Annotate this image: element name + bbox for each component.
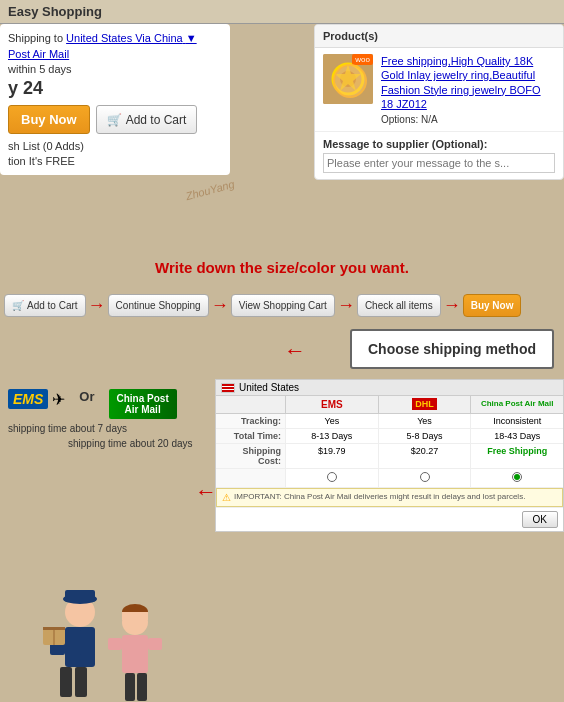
add-to-cart-button[interactable]: 🛒 Add to Cart [96,105,198,134]
title-bar: Easy Shopping [0,0,564,24]
china-post-logo: China Post Air Mail [109,389,177,419]
cart-icon: 🛒 [107,113,122,127]
post-air-mail-link[interactable]: Post Air Mail [8,48,222,60]
write-down-section: Write down the size/color you want. [0,259,564,276]
arrow-4: → [443,295,461,316]
message-label: Message to supplier (Optional): [323,138,555,150]
item-options: Options: N/A [381,114,555,125]
radio-china-dot[interactable] [512,472,522,482]
svg-rect-9 [75,667,87,697]
th-dhl: DHL [379,396,472,413]
china-time: shipping time about 20 days [68,438,203,449]
td-time-label: Total Time: [216,429,286,443]
step-buy-now[interactable]: Buy Now [463,294,522,317]
delivery-illustration [15,572,175,702]
ok-btn-row: OK [216,507,563,531]
delivery-line: within 5 days [8,63,222,75]
radio-dhl[interactable] [379,469,472,487]
radio-dhl-dot[interactable] [420,472,430,482]
td-tracking-ems: Yes [286,414,379,428]
message-input[interactable] [323,153,555,173]
radio-china[interactable] [471,469,563,487]
action-buttons: Buy Now 🛒 Add to Cart [8,105,222,134]
ems-time: shipping time about 7 days [8,423,203,434]
watermark: ZhouYang [184,178,235,203]
shipping-to-line: Shipping to United States Via China ▼ [8,32,222,44]
radio-ems[interactable] [286,469,379,487]
arrow-2: → [211,295,229,316]
ems-plane-icon: ✈ [52,390,65,409]
td-cost-dhl: $20.27 [379,444,472,468]
app-title: Easy Shopping [8,4,102,19]
td-time-ems: 8-13 Days [286,429,379,443]
ems-logo: EMS ✈ [8,389,65,409]
svg-rect-14 [65,590,95,602]
ems-row: EMS ✈ Or China Post Air Mail [8,389,203,419]
td-cost-label: Shipping Cost: [216,444,286,468]
wishlist-line: sh List (0 Adds) [8,140,222,152]
choose-shipping-box: Choose shipping method [350,329,554,369]
product-panel: Shipping to United States Via China ▼ Po… [0,24,230,175]
td-time-china: 18-43 Days [471,429,563,443]
th-shipping-company [216,396,286,413]
radio-row [216,469,563,488]
td-tracking-dhl: Yes [379,414,472,428]
step-view-cart[interactable]: View Shopping Cart [231,294,335,317]
product-listing-panel: Product(s) woo Free shipping,High Qualit… [314,24,564,180]
country-header: United States [216,380,563,396]
shipping-table-panel: United States EMS DHL China Post Air Mai… [215,379,564,532]
or-label: Or [79,389,94,404]
ems-box: EMS [8,389,48,409]
left-arrow-shipping: ← [284,338,306,364]
step-continue-shopping[interactable]: Continue Shopping [108,294,209,317]
protection-line: tion It's FREE [8,155,222,167]
shipping-link[interactable]: United States Via China ▼ [66,32,197,44]
radio-ems-dot[interactable] [327,472,337,482]
td-cost-china: Free Shipping [471,444,563,468]
svg-rect-20 [137,673,147,701]
warning-icon: ⚠ [222,492,231,503]
svg-rect-7 [80,630,95,655]
td-tracking-label: Tracking: [216,414,286,428]
step-add-to-cart[interactable]: 🛒 Add to Cart [4,294,86,317]
arrow-1: → [88,295,106,316]
svg-rect-8 [60,667,72,697]
arrow-3: → [337,295,355,316]
message-section: Message to supplier (Optional): [315,132,563,179]
ok-button[interactable]: OK [522,511,558,528]
item-image: woo [323,54,373,104]
buy-now-button[interactable]: Buy Now [8,105,90,134]
row-time: Total Time: 8-13 Days 5-8 Days 18-43 Day… [216,429,563,444]
important-note: ⚠ IMPORTANT: China Post Air Mail deliver… [216,488,563,507]
svg-rect-17 [122,612,148,620]
write-down-text: Write down the size/color you want. [155,259,409,276]
svg-rect-22 [148,638,162,650]
main-content: Shipping to United States Via China ▼ Po… [0,24,564,702]
cart-icon-small: 🛒 [12,300,24,311]
svg-rect-18 [122,635,148,673]
price-line: y 24 [8,78,222,99]
row-tracking: Tracking: Yes Yes Inconsistent [216,414,563,429]
item-title[interactable]: Free shipping,High Quality 18K Gold Inla… [381,54,555,111]
svg-rect-21 [108,638,122,650]
step-check-items[interactable]: Check all items [357,294,441,317]
item-badge: woo [352,54,373,65]
steps-row: 🛒 Add to Cart → Continue Shopping → View… [0,294,564,317]
listing-item: woo Free shipping,High Quality 18K Gold … [315,48,563,132]
th-china-post: China Post Air Mail [471,396,563,413]
svg-point-2 [340,71,356,87]
svg-rect-19 [125,673,135,701]
listing-header: Product(s) [315,25,563,48]
td-cost-ems: $19.79 [286,444,379,468]
td-tracking-china: Inconsistent [471,414,563,428]
row-cost: Shipping Cost: $19.79 $20.27 Free Shippi… [216,444,563,469]
shipping-to-label: Shipping to [8,32,63,44]
shipping-options: EMS ✈ Or China Post Air Mail shipping ti… [8,389,203,449]
th-ems: EMS [286,396,379,413]
us-flag-icon [221,383,235,393]
svg-marker-3 [335,64,361,91]
item-details: Free shipping,High Quality 18K Gold Inla… [381,54,555,125]
table-header: EMS DHL China Post Air Mail [216,396,563,414]
bottom-left-arrow: ← [195,479,217,505]
td-time-dhl: 5-8 Days [379,429,472,443]
